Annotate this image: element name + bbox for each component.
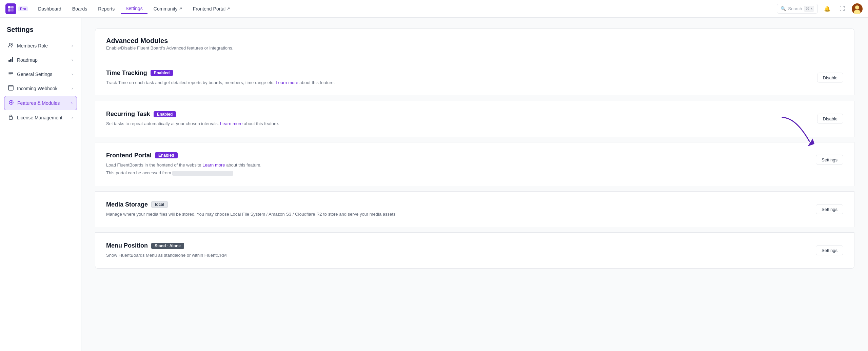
svg-marker-19: [808, 138, 814, 146]
section-title: Recurring Task: [106, 111, 150, 118]
learn-more-link[interactable]: Learn more: [220, 121, 242, 126]
section-description: Set tasks to repeat automatically at you…: [106, 120, 843, 127]
svg-point-8: [12, 44, 13, 45]
portal-url-blurred: [172, 171, 233, 176]
section-action: Settings: [816, 155, 843, 164]
svg-rect-2: [8, 9, 11, 12]
logo-icon: [5, 3, 16, 14]
nav-reports[interactable]: Reports: [93, 4, 119, 14]
section-action: Settings: [816, 246, 843, 255]
fullscreen-button[interactable]: ⛶: [837, 3, 848, 14]
standalone-badge: Stand - Alone: [151, 243, 184, 249]
sidebar-item-members-role[interactable]: Members Role ›: [4, 39, 77, 53]
svg-rect-10: [10, 59, 12, 62]
chevron-icon: ›: [72, 86, 73, 91]
main-layout: Settings Members Role › Roadmap › Genera…: [0, 18, 868, 351]
sidebar-item-incoming-webhook[interactable]: Incoming Webhook ›: [4, 82, 77, 95]
nav-dashboard[interactable]: Dashboard: [33, 4, 66, 14]
disable-button[interactable]: Disable: [817, 114, 843, 124]
bell-icon: 🔔: [824, 5, 831, 12]
app-logo[interactable]: Pro: [5, 3, 28, 14]
top-navigation: Pro Dashboard Boards Reports Settings Co…: [0, 0, 868, 18]
chevron-icon: ›: [72, 58, 73, 62]
chevron-icon: ›: [72, 72, 73, 77]
frontend-portal-section: Frontend Portal Enabled Load FluentBoard…: [95, 142, 854, 186]
settings-button[interactable]: Settings: [816, 155, 843, 164]
nav-boards[interactable]: Boards: [67, 4, 92, 14]
svg-rect-9: [8, 60, 10, 62]
logo-pro-badge: Pro: [18, 6, 28, 11]
section-title: Menu Position: [106, 242, 148, 249]
section-description: Track Time on each task and get detailed…: [106, 79, 843, 86]
local-badge: local: [151, 201, 168, 208]
section-title: Time Tracking: [106, 70, 147, 77]
svg-rect-11: [12, 57, 13, 62]
page-title: Advanced Modules: [106, 37, 843, 45]
main-content: Advanced Modules Enable/Disable Fluent B…: [81, 18, 868, 351]
menu-position-section: Menu Position Stand - Alone Show FluentB…: [95, 232, 854, 269]
section-header: Time Tracking Enabled: [106, 70, 843, 77]
section-action: Disable: [817, 73, 843, 82]
chevron-icon: ›: [72, 115, 73, 120]
section-header: Menu Position Stand - Alone: [106, 242, 843, 249]
sidebar: Settings Members Role › Roadmap › Genera…: [0, 18, 81, 351]
nav-frontend-portal[interactable]: Frontend Portal ↗: [188, 4, 235, 14]
fullscreen-icon: ⛶: [840, 6, 845, 12]
license-icon: [8, 114, 14, 121]
svg-point-7: [9, 43, 11, 45]
section-header: Media Storage local: [106, 201, 843, 208]
section-action: Settings: [816, 204, 843, 214]
sidebar-title: Settings: [4, 26, 77, 34]
sidebar-item-general-settings[interactable]: General Settings ›: [4, 67, 77, 81]
members-role-icon: [8, 42, 14, 49]
search-shortcut: ⌘ k: [804, 6, 814, 12]
advanced-modules-header: Advanced Modules Enable/Disable Fluent B…: [95, 28, 854, 60]
search-icon: 🔍: [781, 6, 786, 11]
svg-point-5: [855, 5, 859, 9]
search-box[interactable]: 🔍 Search ⌘ k: [777, 4, 818, 14]
user-avatar[interactable]: [852, 3, 863, 14]
section-description: Manage where your media files will be st…: [106, 211, 843, 218]
media-storage-section: Media Storage local Manage where your me…: [95, 191, 854, 227]
page-description: Enable/Disable Fluent Board's Advanced f…: [106, 45, 843, 52]
svg-rect-3: [11, 9, 14, 12]
svg-rect-1: [11, 6, 14, 8]
enabled-badge: Enabled: [151, 70, 173, 76]
features-modules-icon: [8, 100, 14, 106]
svg-rect-18: [9, 117, 13, 119]
nav-settings[interactable]: Settings: [121, 4, 147, 14]
section-action: Disable: [817, 114, 843, 124]
svg-rect-15: [8, 85, 13, 90]
roadmap-icon: [8, 57, 14, 63]
svg-rect-0: [8, 6, 11, 8]
learn-more-link[interactable]: Learn more: [276, 80, 298, 85]
external-link-icon: ↗: [227, 6, 230, 11]
portal-url-line: This portal can be accessed from: [106, 170, 843, 176]
sidebar-item-features-modules[interactable]: Features & Modules ›: [4, 96, 77, 110]
time-tracking-section: Time Tracking Enabled Track Time on each…: [95, 60, 854, 96]
section-title: Frontend Portal: [106, 152, 152, 159]
nav-community[interactable]: Community ↗: [149, 4, 187, 14]
enabled-badge: Enabled: [155, 152, 178, 158]
disable-button[interactable]: Disable: [817, 73, 843, 82]
recurring-task-section: Recurring Task Enabled Set tasks to repe…: [95, 101, 854, 137]
chevron-icon: ›: [71, 101, 73, 105]
settings-button[interactable]: Settings: [816, 246, 843, 255]
chevron-icon: ›: [72, 43, 73, 48]
section-description: Show FluentBoards Menu as standalone or …: [106, 252, 843, 259]
section-description: Load FluentBoards in the frontend of the…: [106, 162, 843, 169]
external-link-icon: ↗: [179, 6, 182, 11]
general-settings-icon: [8, 71, 14, 78]
sidebar-item-license-management[interactable]: License Management ›: [4, 111, 77, 124]
section-title: Media Storage: [106, 201, 148, 208]
section-header: Recurring Task Enabled: [106, 111, 843, 118]
section-header: Frontend Portal Enabled: [106, 152, 843, 159]
nav-right-actions: 🔍 Search ⌘ k 🔔 ⛶: [777, 3, 863, 14]
settings-button[interactable]: Settings: [816, 204, 843, 214]
webhook-icon: [8, 85, 14, 92]
learn-more-link[interactable]: Learn more: [202, 162, 225, 168]
enabled-badge: Enabled: [154, 111, 176, 117]
notification-button[interactable]: 🔔: [822, 3, 833, 14]
sidebar-item-roadmap[interactable]: Roadmap ›: [4, 53, 77, 67]
